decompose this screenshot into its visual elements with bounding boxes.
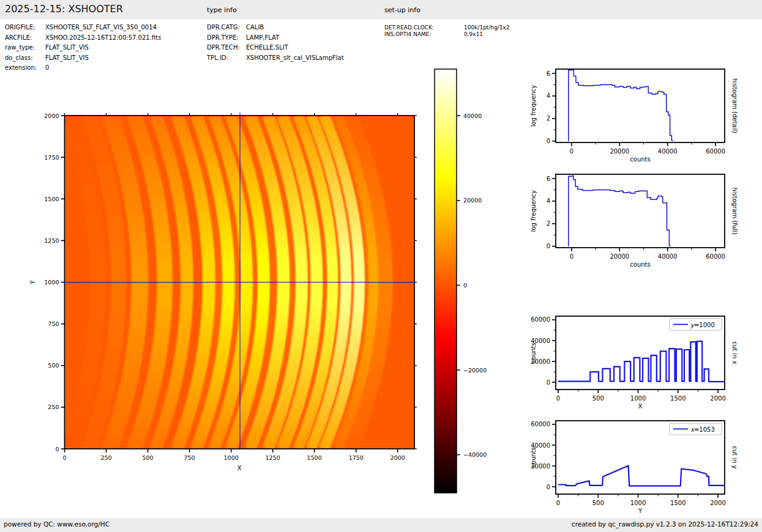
type-info-label: DPR.TYPE: [207,34,238,42]
x-tick-label: 1500 [670,395,685,402]
setup-info-label: INS.OPTI4.NAME: [384,31,431,39]
x-tick-label: 0 [570,148,573,155]
histogram-detail-plot: 02000040000600000246countslog frequencyh… [517,58,750,174]
x-tick-label: 0 [556,500,560,506]
x-tick-label: 500 [592,395,604,402]
x-tick-label: 1000 [630,395,646,402]
axes-frame [556,69,725,142]
x-tick-label: 1000 [630,500,646,506]
x-axis-label: X [638,403,643,410]
file-info-value: XSHOOTER_SLT_FLAT_VIS_350_0014 [45,23,157,31]
x-axis-label: Y [638,508,643,514]
colorbar-tick-label: 20000 [463,197,482,204]
colorbar-tick-label: −40000 [463,451,487,458]
x-tick-label: 60000 [706,148,725,155]
x-tick-label: 60000 [706,253,725,260]
type-info-label: DPR.CATG: [207,23,240,31]
colorbar-gradient [435,69,457,493]
y-tick-label: 60000 [531,316,550,323]
x-tick-label: 2000 [710,500,725,506]
file-info-label: raw_type: [5,43,35,51]
y-tick-label: 2 [547,220,550,227]
y-tick-label: 2000 [44,113,59,119]
y-axis-label: log frequency [530,190,537,232]
y-axis-label: log frequency [530,85,537,127]
histogram-full-plot: 02000040000600000246countslog frequencyh… [517,163,750,279]
y-tick-label: 0 [547,379,550,386]
y-axis-label: counts [530,342,537,363]
type-info-value: CALIB [246,23,264,31]
file-info-label: ARCFILE: [5,34,32,42]
y-tick-label: 1500 [44,196,59,202]
file-info-value: FLAT_SLIT_VIS [45,54,89,62]
footer-left: powered by QC: www.eso.org/HC [4,520,110,528]
y-tick-label: 0 [547,138,550,144]
file-info-value: 0 [45,64,49,72]
page-title: 2025-12-15: XSHOOTER [5,3,123,15]
x-tick-label: 1750 [349,454,364,461]
file-info-label: ORIGFILE: [5,23,35,31]
x-tick-label: 2000 [390,454,405,461]
type-info-label: TPL.ID: [207,54,228,62]
y-tick-label: 0 [547,484,550,490]
y-tick-label: 0 [547,243,550,249]
section-type-info: type info [207,6,237,14]
file-info-value: FLAT_SLIT_VIS [45,43,89,51]
x-axis-label: counts [630,156,650,163]
x-tick-label: 20000 [610,253,629,260]
data-line [558,466,725,486]
axes-frame [556,174,725,248]
type-info-label: DPR.TECH: [207,43,240,51]
right-axis-label: cut in x [731,341,738,364]
y-tick-label: 1250 [44,237,59,244]
cut-in-x-plot: 05001000150020000200004000060000Xcountsc… [517,305,750,421]
right-axis-label: histogram (detail) [731,78,738,133]
file-info-label: do_class: [5,54,33,62]
x-axis-label: X [237,465,242,471]
y-tick-label: 2 [547,115,550,122]
legend-label: x=1053 [690,426,715,433]
x-tick-label: 0 [62,454,66,461]
y-tick-label: 250 [48,404,59,410]
y-tick-label: 500 [48,362,59,369]
x-tick-label: 750 [184,454,195,461]
x-tick-label: 1500 [670,500,685,506]
type-info-value: ECHELLE,SLIT [246,43,288,51]
qc-report-page: 2025-12-15: XSHOOTER type info set-up in… [0,0,762,532]
x-tick-label: 40000 [658,148,678,155]
right-axis-label: cut in y [731,446,738,468]
x-tick-label: 40000 [658,253,678,260]
y-axis-label: Y [29,280,36,285]
y-tick-label: 6 [547,70,550,77]
x-tick-label: 500 [143,454,154,461]
y-tick-label: 60000 [531,421,550,427]
setup-info-value: 0.9x11 [464,31,483,39]
colorbar-tick-label: −20000 [463,367,487,374]
y-tick-label: 0 [55,446,59,453]
x-tick-label: 0 [570,253,573,260]
y-tick-label: 4 [547,92,550,99]
y-axis-label: counts [530,447,537,467]
x-tick-label: 20000 [610,148,629,155]
section-setup-info: set-up info [384,6,420,14]
x-tick-label: 0 [556,395,560,402]
legend-label: y=1000 [690,322,715,329]
y-tick-label: 1750 [44,154,59,161]
colorbar-tick-label: 40000 [463,113,482,119]
data-line [558,341,725,382]
x-tick-label: 250 [100,454,111,461]
y-tick-label: 750 [48,320,59,327]
y-tick-label: 6 [547,175,550,182]
data-line [569,70,673,141]
colorbar-tick-label: 0 [463,282,467,289]
x-tick-label: 2000 [710,395,725,402]
right-axis-label: histogram (full) [731,187,738,234]
main-image-plot: 0250500750100012501500175020000250500750… [12,86,490,483]
y-tick-label: 4 [547,198,550,204]
x-tick-label: 1500 [307,454,322,461]
x-tick-label: 500 [592,500,604,506]
x-tick-label: 1000 [224,454,239,461]
file-info-label: extension: [5,64,37,72]
x-axis-label: counts [630,261,650,268]
file-info-value: XSHOO.2025-12-16T12:00:57.021.fits [45,34,161,42]
